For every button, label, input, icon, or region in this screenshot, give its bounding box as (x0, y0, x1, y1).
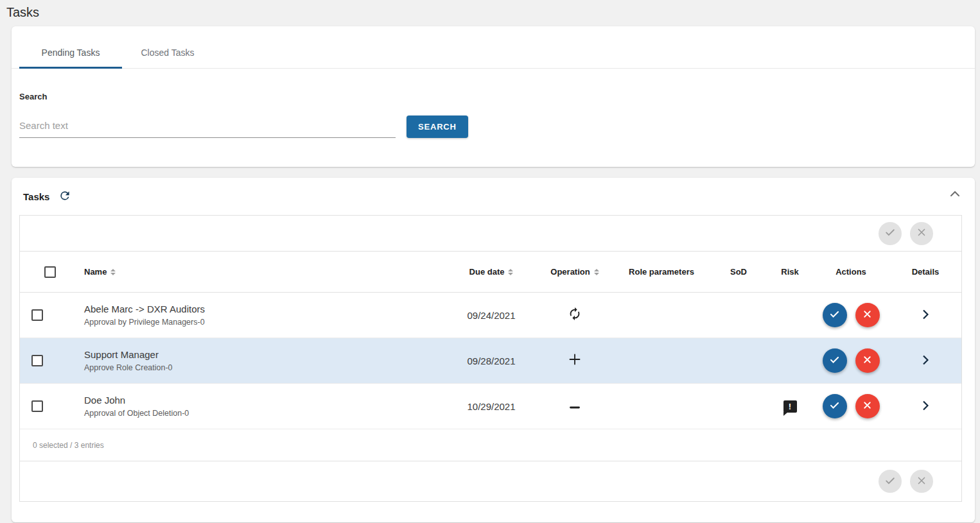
check-icon (884, 474, 897, 489)
check-icon (828, 354, 841, 368)
search-button[interactable]: SEARCH (407, 116, 468, 138)
deny-button[interactable] (855, 303, 880, 327)
column-header-due-date-label: Due date (469, 267, 505, 277)
tab-closed-tasks-label: Closed Tasks (141, 47, 194, 58)
column-header-name[interactable]: Name (68, 267, 446, 277)
check-icon (828, 308, 841, 322)
tasks-panel-title: Tasks (23, 191, 49, 202)
column-header-risk-label: Risk (781, 267, 798, 277)
column-header-operation-label: Operation (550, 267, 590, 277)
table-header-row: Name Due date Operation Role parameters … (20, 252, 961, 293)
plus-operation-icon (569, 354, 581, 368)
sync-operation-icon (568, 307, 582, 323)
approve-button[interactable] (823, 394, 847, 418)
search-card: Pending Tasks Closed Tasks Search SEARCH (12, 26, 975, 167)
tab-bar: Pending Tasks Closed Tasks (12, 26, 975, 69)
approve-selected-button[interactable] (879, 470, 902, 493)
refresh-icon (58, 189, 71, 204)
select-all-checkbox[interactable] (44, 266, 56, 278)
chevron-right-icon (922, 400, 929, 413)
close-icon (916, 475, 927, 488)
table-row[interactable]: Doe John Approval of Object Deletion-0 1… (20, 384, 961, 429)
bulk-actions-toolbar-top (20, 216, 961, 252)
bulk-actions-toolbar-bottom (20, 461, 961, 501)
column-header-risk: Risk (767, 267, 812, 277)
column-header-sod-label: SoD (730, 267, 747, 277)
task-name: Support Manager (84, 349, 446, 360)
sort-icon (508, 269, 513, 275)
deny-button[interactable] (855, 348, 880, 373)
sort-icon (110, 269, 116, 275)
reject-selected-button[interactable] (910, 470, 933, 493)
task-name: Abele Marc -> DXR Auditors (84, 304, 446, 314)
tab-pending-tasks-label: Pending Tasks (42, 47, 100, 58)
column-header-operation[interactable]: Operation (536, 267, 613, 277)
search-section-label: Search (19, 92, 975, 101)
column-header-sod: SoD (710, 267, 767, 277)
task-due-date: 09/28/2021 (446, 356, 536, 366)
task-description: Approval by Privilege Managers-0 (84, 318, 446, 327)
close-icon (862, 309, 873, 322)
check-icon (828, 399, 841, 413)
tasks-page: Tasks Pending Tasks Closed Tasks Search … (5, 4, 975, 522)
chevron-right-icon (922, 309, 929, 322)
sort-icon (594, 269, 599, 275)
task-name: Doe John (84, 395, 446, 406)
task-due-date: 09/24/2021 (446, 310, 536, 321)
approve-button[interactable] (823, 348, 847, 373)
column-header-name-label: Name (84, 267, 107, 277)
details-button[interactable] (922, 400, 929, 413)
close-icon (916, 227, 927, 240)
task-due-date: 10/29/2021 (446, 401, 536, 412)
table-row[interactable]: Support Manager Approve Role Creation-0 … (20, 338, 961, 384)
approve-button[interactable] (823, 303, 847, 327)
risk-warning-icon[interactable]: ! (783, 400, 797, 413)
tasks-table-container: Name Due date Operation Role parameters … (19, 215, 962, 502)
table-row[interactable]: Abele Marc -> DXR Auditors Approval by P… (20, 293, 961, 338)
column-header-actions-label: Actions (836, 267, 866, 277)
tasks-panel: Tasks (12, 178, 975, 522)
column-header-details: Details (889, 267, 961, 277)
deny-button[interactable] (855, 394, 880, 418)
row-checkbox[interactable] (31, 400, 43, 412)
search-input[interactable] (19, 120, 396, 137)
refresh-button[interactable] (58, 189, 71, 204)
details-button[interactable] (922, 355, 929, 367)
reject-selected-button[interactable] (910, 222, 933, 245)
chevron-up-icon (950, 189, 959, 199)
close-icon (862, 400, 873, 413)
selection-summary: 0 selected / 3 entries (20, 429, 961, 461)
row-checkbox[interactable] (31, 309, 43, 321)
approve-selected-button[interactable] (879, 222, 902, 245)
search-section: Search SEARCH (12, 69, 975, 138)
minus-operation-icon (570, 400, 580, 412)
column-header-due-date[interactable]: Due date (446, 267, 536, 277)
collapse-panel-button[interactable] (950, 189, 959, 199)
tasks-panel-header: Tasks (19, 187, 962, 206)
column-header-actions: Actions (812, 267, 889, 277)
details-button[interactable] (922, 309, 929, 322)
tab-closed-tasks[interactable]: Closed Tasks (122, 26, 213, 68)
check-icon (884, 226, 897, 241)
page-title: Tasks (5, 4, 975, 26)
column-header-role-parameters-label: Role parameters (629, 267, 694, 277)
column-header-role-parameters: Role parameters (613, 267, 710, 277)
tab-pending-tasks[interactable]: Pending Tasks (19, 26, 122, 68)
row-checkbox[interactable] (31, 355, 43, 366)
search-input-underline (19, 120, 396, 138)
chevron-right-icon (922, 355, 929, 367)
column-header-details-label: Details (912, 267, 940, 277)
close-icon (862, 354, 873, 367)
task-description: Approve Role Creation-0 (84, 363, 446, 372)
task-description: Approval of Object Deletion-0 (84, 409, 446, 418)
